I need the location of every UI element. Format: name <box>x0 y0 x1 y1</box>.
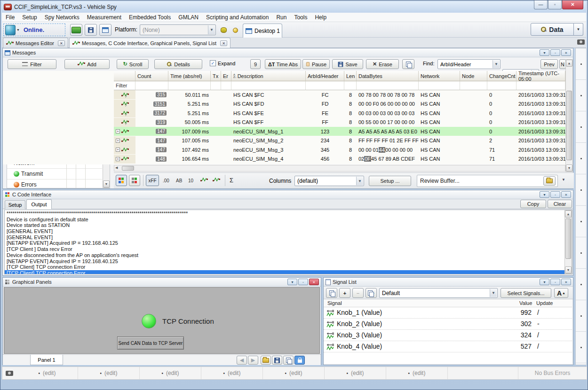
console-line[interactable]: [NETAPP EVENT] Acquired IP = 192.168.40.… <box>5 240 572 246</box>
cell-network[interactable]: HS CAN <box>419 90 460 99</box>
cell-tx[interactable] <box>211 127 221 136</box>
filter-cell-len[interactable] <box>344 81 357 90</box>
dock-strip-segment[interactable] <box>576 80 586 111</box>
cell-icons[interactable]: + <box>114 155 135 164</box>
dock-strip-segment[interactable] <box>576 237 586 269</box>
filter-cell-changecnt[interactable] <box>487 81 516 90</box>
cell-node[interactable] <box>460 109 487 117</box>
signal-row[interactable]: Knob_3 (Value)324/ <box>324 330 572 341</box>
messages-close-button[interactable]: ✕ <box>561 49 571 56</box>
cell-node[interactable] <box>460 100 487 109</box>
signal-row[interactable]: Knob_1 (Value)992/ <box>324 307 572 319</box>
cell-timestamp[interactable]: 2016/10/03 13:09:31:4 <box>516 90 565 99</box>
cell-er[interactable] <box>221 109 231 117</box>
cell-bytes[interactable]: 00 03 00 03 00 03 00 03 <box>357 109 419 117</box>
dock-strip-segment[interactable] <box>576 48 586 80</box>
tree-cell[interactable] <box>66 169 76 179</box>
cell-er[interactable] <box>221 100 231 109</box>
cell-time[interactable]: 5.251 ms <box>168 100 211 109</box>
signal-add-button[interactable]: + <box>339 288 350 298</box>
cell-count[interactable]: 315 <box>135 90 168 99</box>
footer-dropdown-icon[interactable]: ▼ <box>562 178 565 182</box>
column-header-len[interactable]: Len <box>344 71 357 81</box>
dock-strip-segment[interactable] <box>576 143 586 174</box>
cell-len[interactable]: 8 <box>344 118 357 127</box>
cell-changecnt[interactable]: 71 <box>487 145 516 154</box>
cell-er[interactable] <box>221 118 231 127</box>
erase-button[interactable]: ✕ Erase <box>366 59 399 69</box>
filter-row-label[interactable]: Filter <box>114 81 135 90</box>
cell-node[interactable] <box>460 118 487 127</box>
cell-network[interactable]: HS CAN <box>419 155 460 164</box>
console-line[interactable]: Device is configured in default state <box>5 217 572 223</box>
table-hscrollbar[interactable]: ◀ <box>114 165 565 172</box>
cell-network[interactable]: HS CAN <box>419 127 460 136</box>
column-header-icons[interactable] <box>114 71 135 81</box>
table-hscroll-left-icon[interactable]: ◀ <box>115 166 118 170</box>
cell-arbid[interactable]: 345 <box>306 145 344 154</box>
cell-tx[interactable] <box>211 90 221 99</box>
cell-changecnt[interactable]: 0 <box>487 100 516 109</box>
cell-time[interactable]: 50.011 ms <box>168 90 211 99</box>
dock-strip-segment[interactable] <box>576 174 586 206</box>
column-header-tx[interactable]: Tx <box>211 71 221 81</box>
tree-cell[interactable] <box>85 169 95 179</box>
columns-select[interactable]: (default) ▼ <box>294 176 364 186</box>
tab-close-icon[interactable]: ✕ <box>220 40 227 46</box>
filter-cell-count[interactable] <box>135 81 168 90</box>
cell-arbid[interactable]: FC <box>306 90 344 99</box>
gpanel-restore-button[interactable]: ▫ <box>298 279 308 285</box>
messages-minimize-button[interactable]: ▼ <box>540 49 549 56</box>
cell-changecnt[interactable]: 0 <box>487 127 516 136</box>
dock-strip-segment[interactable] <box>576 206 586 237</box>
clear-button[interactable]: Clear <box>548 200 572 208</box>
menu-tools[interactable]: Tools <box>290 14 311 21</box>
column-header-er[interactable]: Er <box>221 71 231 81</box>
cell-node[interactable] <box>460 136 487 145</box>
column-header-bytes[interactable]: DataBytes <box>357 71 419 81</box>
gpanel-minimize-button[interactable]: ▼ <box>287 279 297 285</box>
cell-desc[interactable]: neoECU_SIM_Msg_1 <box>231 127 306 136</box>
cell-bytes[interactable]: A5 A5 A5 A5 A5 A5 03 E0 <box>357 127 419 136</box>
coins-button[interactable] <box>230 25 241 35</box>
signal-preset-dropdown-icon[interactable]: ▼ <box>490 289 497 297</box>
filter-cell-time[interactable] <box>168 81 211 90</box>
menu-run[interactable]: Run <box>272 14 290 21</box>
copy-window-button[interactable] <box>402 59 414 69</box>
cell-bytes[interactable]: 00 78 00 78 00 78 00 78 <box>357 90 419 99</box>
status-edit-segment[interactable]: •(edit) <box>263 367 325 379</box>
panel-tab-1[interactable]: Panel 1 <box>30 355 63 365</box>
data-dropdown-icon[interactable]: ▼ <box>574 23 583 36</box>
columns-dropdown-icon[interactable]: ▼ <box>356 177 363 185</box>
signal-remove-button[interactable]: − <box>352 288 364 298</box>
time-abs-button[interactable]: ΔT Time Abs <box>265 59 301 69</box>
console-line[interactable]: ****************************************… <box>5 211 572 217</box>
panel-copy-button[interactable] <box>283 356 294 365</box>
cell-len[interactable]: 8 <box>344 109 357 117</box>
console-scrollbar[interactable]: ▲ ▼ <box>564 210 572 274</box>
close-button[interactable]: ✕ <box>562 0 583 9</box>
online-status[interactable]: Online. <box>24 26 44 33</box>
columns-setup-button[interactable]: Setup ... <box>369 176 411 186</box>
cell-desc[interactable]: neoECU_SIM_Msg_4 <box>231 155 306 164</box>
review-buffer-open-button[interactable] <box>543 176 556 186</box>
cell-icons[interactable]: ? <box>114 109 135 117</box>
tab-setup[interactable]: Setup <box>5 200 25 209</box>
signal-list-close-button[interactable]: ✕ <box>561 279 571 285</box>
signal-rows-button[interactable] <box>200 176 208 185</box>
minimize-button[interactable]: — <box>534 0 548 9</box>
c-code-console[interactable]: ****************************************… <box>4 210 572 274</box>
cell-len[interactable]: 8 <box>344 127 357 136</box>
cell-changecnt[interactable]: 71 <box>487 155 516 164</box>
cell-bytes[interactable]: FF FF FF FF 01 2E FF FF <box>357 136 419 145</box>
signal-preset-select[interactable]: Default ▼ <box>379 288 498 298</box>
column-header-network[interactable]: Network <box>419 71 460 81</box>
console-scroll-up-icon[interactable]: ▲ <box>565 211 572 218</box>
expand-checkbox-group[interactable]: ✓ Expand <box>210 60 235 66</box>
cell-er[interactable] <box>221 90 231 99</box>
details-button[interactable]: Details <box>154 59 202 69</box>
cell-len[interactable]: 8 <box>344 90 357 99</box>
menu-measurement[interactable]: Measurement <box>83 14 125 21</box>
status-edit-segment[interactable]: •(edit) <box>386 367 448 379</box>
cell-desc[interactable]: HS CAN $FD <box>231 100 306 109</box>
